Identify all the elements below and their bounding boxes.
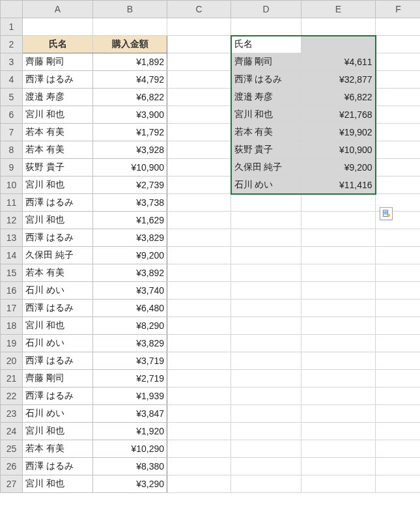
cell[interactable] [301, 317, 376, 335]
table-ab-amount[interactable]: ¥1,939 [93, 387, 167, 405]
table-ab-name[interactable]: 西澤 はるみ [23, 300, 93, 317]
cell[interactable] [231, 370, 301, 387]
row-header[interactable]: 18 [1, 317, 23, 335]
cell[interactable] [167, 458, 231, 475]
cell[interactable] [231, 247, 301, 264]
cell[interactable] [231, 212, 301, 229]
cell[interactable] [167, 89, 231, 106]
table-ab-amount[interactable]: ¥3,892 [93, 264, 167, 282]
cell[interactable] [167, 475, 231, 493]
table-ab-name[interactable]: 石川 めい [23, 405, 93, 423]
table-ab-name[interactable]: 西澤 はるみ [23, 71, 93, 89]
table-ab-name[interactable]: 荻野 貴子 [23, 159, 93, 176]
cell[interactable] [301, 229, 376, 247]
cell[interactable] [376, 89, 421, 106]
table-de-header-name[interactable]: 氏名 [231, 36, 301, 53]
row-header[interactable]: 12 [1, 212, 23, 229]
cell[interactable] [231, 440, 301, 458]
table-ab-amount[interactable]: ¥1,920 [93, 423, 167, 440]
cell[interactable] [376, 423, 421, 440]
row-header[interactable]: 23 [1, 405, 23, 423]
row-header[interactable]: 6 [1, 106, 23, 124]
cell[interactable] [167, 141, 231, 159]
cell[interactable] [231, 387, 301, 405]
cell[interactable] [301, 458, 376, 475]
cell[interactable] [167, 440, 231, 458]
table-ab-amount[interactable]: ¥1,629 [93, 212, 167, 229]
cell[interactable] [167, 124, 231, 141]
cell[interactable] [376, 18, 421, 36]
row-header[interactable]: 15 [1, 264, 23, 282]
smart-tag-icon[interactable] [380, 207, 393, 220]
table-ab-name[interactable]: 若本 有美 [23, 440, 93, 458]
cell[interactable] [231, 194, 301, 212]
row-header[interactable]: 10 [1, 176, 23, 194]
cell[interactable] [376, 300, 421, 317]
cell[interactable] [231, 405, 301, 423]
table-ab-name[interactable]: 久保田 純子 [23, 247, 93, 264]
table-de-name[interactable]: 齊藤 剛司 [231, 53, 301, 71]
table-de-amount[interactable]: ¥11,416 [301, 176, 376, 194]
cell[interactable] [23, 18, 93, 36]
cell[interactable] [167, 405, 231, 423]
table-ab-amount[interactable]: ¥3,290 [93, 475, 167, 493]
cell[interactable] [376, 387, 421, 405]
table-ab-amount[interactable]: ¥3,847 [93, 405, 167, 423]
cell[interactable] [167, 282, 231, 300]
table-ab-header-amount[interactable]: 購入金額 [93, 36, 167, 53]
col-header-A[interactable]: A [23, 1, 93, 18]
cell[interactable] [167, 176, 231, 194]
row-header[interactable]: 9 [1, 159, 23, 176]
cell[interactable] [376, 247, 421, 264]
cell[interactable] [167, 159, 231, 176]
table-de-name[interactable]: 宮川 和也 [231, 106, 301, 124]
cell[interactable] [167, 194, 231, 212]
cell[interactable] [376, 176, 421, 194]
row-header[interactable]: 26 [1, 458, 23, 475]
table-ab-amount[interactable]: ¥3,829 [93, 335, 167, 352]
table-de-amount[interactable]: ¥10,900 [301, 141, 376, 159]
cell[interactable] [301, 387, 376, 405]
row-header[interactable]: 22 [1, 387, 23, 405]
cell[interactable] [231, 335, 301, 352]
cell[interactable] [167, 53, 231, 71]
table-de-amount[interactable]: ¥9,200 [301, 159, 376, 176]
cell[interactable] [301, 247, 376, 264]
cell[interactable] [231, 458, 301, 475]
table-de-header-amount[interactable] [301, 36, 376, 53]
table-ab-name[interactable]: 西澤 はるみ [23, 229, 93, 247]
table-ab-name[interactable]: 宮川 和也 [23, 176, 93, 194]
table-ab-amount[interactable]: ¥1,792 [93, 124, 167, 141]
cell[interactable] [301, 440, 376, 458]
table-de-amount[interactable]: ¥32,877 [301, 71, 376, 89]
cell[interactable] [376, 229, 421, 247]
cell[interactable] [231, 18, 301, 36]
col-header-F[interactable]: F [376, 1, 421, 18]
cell[interactable] [167, 36, 231, 53]
cell[interactable] [231, 229, 301, 247]
row-header[interactable]: 16 [1, 282, 23, 300]
row-header[interactable]: 5 [1, 89, 23, 106]
cell[interactable] [301, 423, 376, 440]
cell[interactable] [376, 317, 421, 335]
table-ab-header-name[interactable]: 氏名 [23, 36, 93, 53]
table-ab-amount[interactable]: ¥1,892 [93, 53, 167, 71]
cell[interactable] [167, 71, 231, 89]
cell[interactable] [376, 36, 421, 53]
table-de-name[interactable]: 西澤 はるみ [231, 71, 301, 89]
cell[interactable] [376, 282, 421, 300]
cell[interactable] [301, 212, 376, 229]
cell[interactable] [376, 475, 421, 493]
row-header[interactable]: 17 [1, 300, 23, 317]
table-ab-name[interactable]: 石川 めい [23, 282, 93, 300]
row-header[interactable]: 7 [1, 124, 23, 141]
table-ab-name[interactable]: 若本 有美 [23, 264, 93, 282]
table-de-amount[interactable]: ¥4,611 [301, 53, 376, 71]
table-ab-amount[interactable]: ¥3,719 [93, 352, 167, 370]
row-header[interactable]: 13 [1, 229, 23, 247]
cell[interactable] [301, 475, 376, 493]
row-header[interactable]: 20 [1, 352, 23, 370]
cell[interactable] [301, 264, 376, 282]
col-header-D[interactable]: D [231, 1, 301, 18]
cell[interactable] [376, 264, 421, 282]
